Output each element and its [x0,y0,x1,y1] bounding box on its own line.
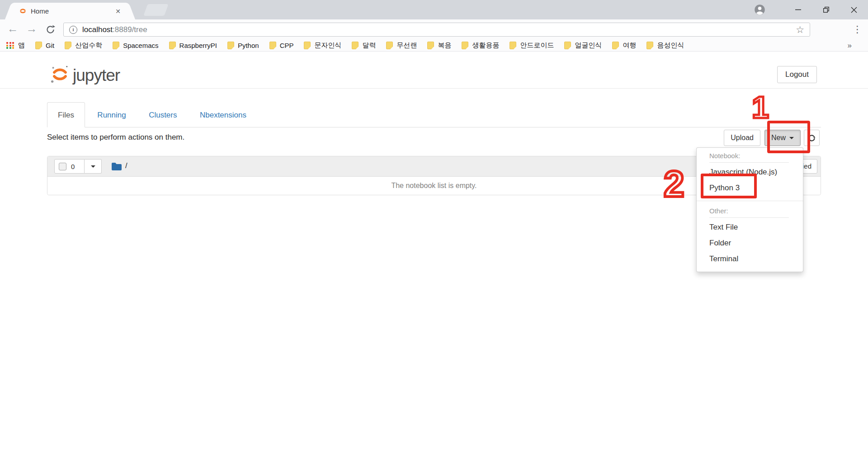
jupyter-favicon-icon [19,7,27,15]
bookmarks-bar: 앱 Git 산업수학 Spacemacs RaspberryPI Python … [0,40,868,52]
bookmark-label: 산업수학 [75,41,102,50]
url-path: :8889/tree [113,25,147,34]
folder-icon [113,42,119,49]
select-filter-dropdown-button[interactable] [85,159,102,174]
bookmark-label: Git [46,42,54,49]
upload-button[interactable]: Upload [724,130,760,146]
folder-icon [65,42,71,49]
back-button-icon[interactable]: ← [5,22,20,35]
tab-title: Home [31,7,114,15]
folder-icon [612,42,619,49]
bookmark-folder-android[interactable]: 안드로이드 [509,41,554,50]
annotation-highlight-new-button [767,121,810,153]
bookmark-folder-cpp[interactable]: CPP [269,42,294,49]
jupyter-header: jupyter Logout [0,52,868,89]
folder-icon [386,42,393,49]
address-bar[interactable]: i localhost:8889/tree ☆ [63,23,810,37]
folder-icon [509,42,516,49]
bookmark-label: 문자인식 [314,41,341,50]
menu-item-terminal[interactable]: Terminal [697,251,803,267]
tab-nbextensions[interactable]: Nbextensions [189,103,257,128]
bookmark-folder-voice[interactable]: 음성인식 [646,41,684,50]
bookmark-label: 생활용품 [472,41,499,50]
folder-icon [462,42,468,49]
annotation-step-2: 2 [664,165,684,202]
apps-shortcut[interactable]: 앱 [6,41,25,50]
jupyter-main: Files Running Clusters Nbextensions Sele… [47,102,821,127]
browser-toolbar: ← → i localhost:8889/tree ☆ EX ⋮ [0,19,868,40]
bookmark-folder-ocr[interactable]: 문자인식 [304,41,341,50]
jupyter-logo-icon [49,63,71,85]
window-minimize-button[interactable] [784,0,812,19]
browser-tab-home[interactable]: Home ✕ [14,3,127,19]
tab-files[interactable]: Files [47,102,85,127]
logout-button[interactable]: Logout [777,66,817,83]
annotation-highlight-python3 [701,174,757,198]
bookmark-folder-python[interactable]: Python [227,42,259,49]
tab-close-icon[interactable]: ✕ [114,8,122,15]
bookmark-folder-raspberrypi[interactable]: RaspberryPI [169,42,217,49]
jupyter-nav-tabs: Files Running Clusters Nbextensions [47,102,821,127]
apps-label: 앱 [18,41,25,50]
breadcrumb-path[interactable]: / [125,161,127,170]
menu-item-folder[interactable]: Folder [697,235,803,251]
bookmark-folder-spacemacs[interactable]: Spacemacs [113,42,158,49]
folder-icon [35,42,42,49]
bookmark-label: CPP [280,42,294,49]
bookmark-folder-gospel[interactable]: 복음 [427,41,451,50]
url-host: localhost [82,25,113,34]
breadcrumb-folder-icon [111,162,122,171]
window-close-button[interactable] [840,0,868,19]
folder-icon [269,42,276,49]
page-info-icon[interactable]: i [69,26,77,34]
select-all-checkbox[interactable] [59,163,66,170]
jupyter-logo[interactable]: jupyter [49,63,120,85]
bookmark-label: RaspberryPI [179,42,217,49]
folder-icon [169,42,176,49]
bookmark-folder-math[interactable]: 산업수학 [65,41,102,50]
selected-count: 0 [71,163,75,170]
folder-icon [227,42,234,49]
bookmark-label: Spacemacs [123,42,158,49]
new-tab-button[interactable] [143,4,168,16]
annotation-step-1: 1 [752,92,769,122]
menu-item-textfile[interactable]: Text File [697,220,803,235]
jupyter-logo-text: jupyter [73,66,120,85]
bookmark-label: Python [238,42,259,49]
browser-menu-icon[interactable]: ⋮ [853,23,862,36]
bookmark-label: 안드로이드 [520,41,554,50]
apps-grid-icon [6,42,14,49]
bookmark-label: 음성인식 [657,41,684,50]
menu-header-other: Other: [697,206,803,216]
window-restore-button[interactable] [812,0,840,19]
browser-tab-strip: Home ✕ [0,0,868,19]
reload-button-icon[interactable] [45,24,56,35]
bookmark-folder-wlan[interactable]: 무선랜 [386,41,417,50]
bookmark-star-icon[interactable]: ☆ [796,24,804,35]
bookmark-label: 달력 [362,41,376,50]
select-all-button[interactable]: 0 [54,159,85,174]
bookmarks-overflow-icon[interactable]: » [848,41,852,50]
profile-avatar[interactable] [754,4,766,16]
tab-clusters[interactable]: Clusters [138,103,187,128]
bookmark-folder-face[interactable]: 얼굴인식 [564,41,602,50]
folder-icon [564,42,571,49]
forward-button-icon[interactable]: → [24,22,39,35]
caret-down-icon [91,165,95,168]
bookmark-label: 복음 [438,41,451,50]
bookmark-label: 무선랜 [396,41,417,50]
bookmark-folder-travel[interactable]: 여행 [612,41,636,50]
folder-icon [427,42,434,49]
menu-divider [697,201,803,201]
select-hint-text: Select items to perform actions on them. [47,133,184,142]
tab-running[interactable]: Running [87,103,136,128]
new-dropdown-menu: Notebook: Javascript (Node.js) Python 3 … [696,147,803,272]
folder-icon [646,42,653,49]
bookmark-folder-calendar[interactable]: 달력 [352,41,376,50]
bookmark-folder-git[interactable]: Git [35,42,54,49]
folder-icon [304,42,311,49]
menu-header-divider [709,217,789,218]
bookmark-label: 여행 [623,41,636,50]
bookmark-folder-household[interactable]: 생활용품 [462,41,499,50]
action-row: Select items to perform actions on them.… [47,130,821,146]
